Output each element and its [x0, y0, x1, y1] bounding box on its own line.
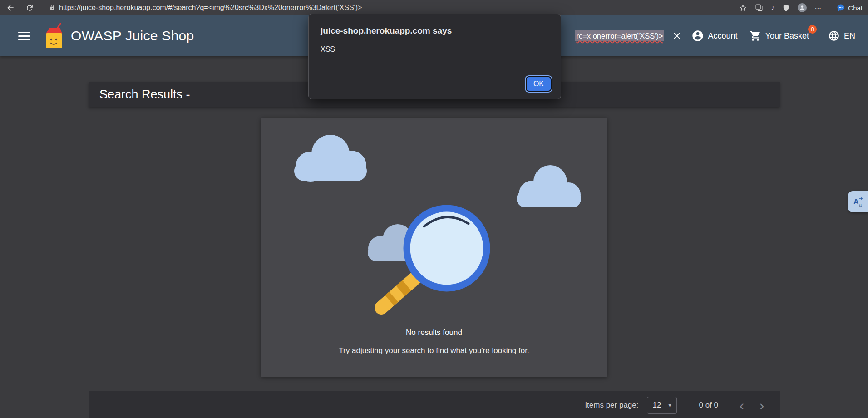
basket-cart-icon — [750, 30, 761, 42]
dropdown-caret-icon: ▾ — [668, 403, 671, 408]
chevron-right-icon: › — [760, 398, 764, 413]
range-label: 0 of 0 — [699, 401, 718, 410]
toolbar-actions: rc=x onerror=alert('XSS')> Account Your … — [575, 15, 855, 56]
page-size-select[interactable]: 12 ▾ — [647, 397, 677, 414]
items-per-page-label: Items per page: — [585, 401, 638, 410]
svg-text:A: A — [853, 198, 859, 206]
more-icon: ··· — [814, 4, 821, 12]
browser-toolbar: https://juice-shop.herokuapp.com/#/searc… — [0, 0, 868, 15]
search-input[interactable]: rc=x onerror=alert('XSS')> — [575, 32, 664, 40]
language-label: EN — [844, 31, 855, 41]
extension-icon-3[interactable] — [782, 4, 790, 12]
back-button[interactable] — [3, 0, 18, 15]
collections-icon — [755, 4, 763, 12]
address-bar[interactable]: https://juice-shop.herokuapp.com/#/searc… — [49, 4, 362, 12]
no-results-card: No results found Try adjusting your sear… — [261, 118, 607, 377]
app-title: OWASP Juice Shop — [71, 28, 194, 44]
search-query-text: rc=x onerror=alert('XSS')> — [575, 30, 664, 41]
basket-count-badge: 0 — [808, 25, 817, 34]
shield-icon — [782, 4, 790, 12]
dialog-message: XSS — [321, 45, 561, 54]
basket-label: Your Basket — [765, 31, 809, 41]
account-icon — [691, 30, 704, 42]
chat-label: Chat — [848, 4, 863, 12]
page-title: Search Results - — [99, 88, 193, 102]
browser-actions: ♪ ··· Chat — [739, 0, 863, 15]
close-icon — [671, 30, 682, 41]
cloud-icon — [294, 135, 367, 182]
language-button[interactable]: EN — [828, 30, 855, 42]
chat-button[interactable]: Chat — [837, 4, 863, 12]
favorites-star-button[interactable] — [739, 4, 747, 12]
ok-button[interactable]: OK — [527, 77, 551, 91]
person-icon — [799, 5, 805, 11]
chevron-left-icon: ‹ — [740, 398, 745, 413]
menu-button[interactable] — [16, 28, 32, 44]
more-menu-button[interactable]: ··· — [814, 4, 821, 12]
next-page-button[interactable]: › — [752, 395, 772, 415]
no-results-title: No results found — [406, 328, 462, 337]
translate-icon: A a — [852, 196, 864, 208]
music-note-icon: ♪ — [771, 4, 774, 12]
chat-icon — [837, 4, 845, 12]
prev-page-button[interactable]: ‹ — [732, 395, 752, 415]
translate-fab[interactable]: A a — [848, 191, 868, 212]
no-results-illustration — [266, 125, 602, 320]
no-results-subtitle: Try adjusting your search to find what y… — [339, 346, 529, 355]
browser-window: https://juice-shop.herokuapp.com/#/searc… — [0, 0, 868, 418]
url-text: https://juice-shop.herokuapp.com/#/searc… — [59, 4, 362, 12]
cloud-icon — [517, 165, 581, 207]
extension-icon-2[interactable]: ♪ — [771, 4, 774, 12]
dialog-title: juice-shop.herokuapp.com says — [321, 26, 561, 36]
menu-icon — [18, 32, 30, 33]
toolbar-divider — [829, 4, 829, 11]
search-close-button[interactable] — [671, 30, 682, 41]
back-arrow-icon — [6, 3, 15, 12]
page-size-value: 12 — [653, 401, 661, 410]
profile-avatar-button[interactable] — [798, 3, 807, 12]
avatar — [798, 3, 807, 12]
star-icon — [739, 4, 747, 12]
svg-text:a: a — [859, 202, 862, 207]
account-label: Account — [708, 31, 738, 41]
juice-box-logo-icon — [42, 23, 64, 49]
globe-icon — [828, 30, 840, 42]
paginator: Items per page: 12 ▾ 0 of 0 ‹ › — [89, 391, 780, 418]
alert-dialog: juice-shop.herokuapp.com says XSS OK — [308, 14, 561, 99]
account-button[interactable]: Account — [691, 30, 738, 42]
basket-button[interactable]: Your Basket 0 — [750, 30, 809, 42]
refresh-icon — [25, 4, 34, 12]
extension-icon-1[interactable] — [755, 4, 763, 12]
lock-icon — [49, 5, 55, 11]
refresh-button[interactable] — [22, 0, 37, 15]
